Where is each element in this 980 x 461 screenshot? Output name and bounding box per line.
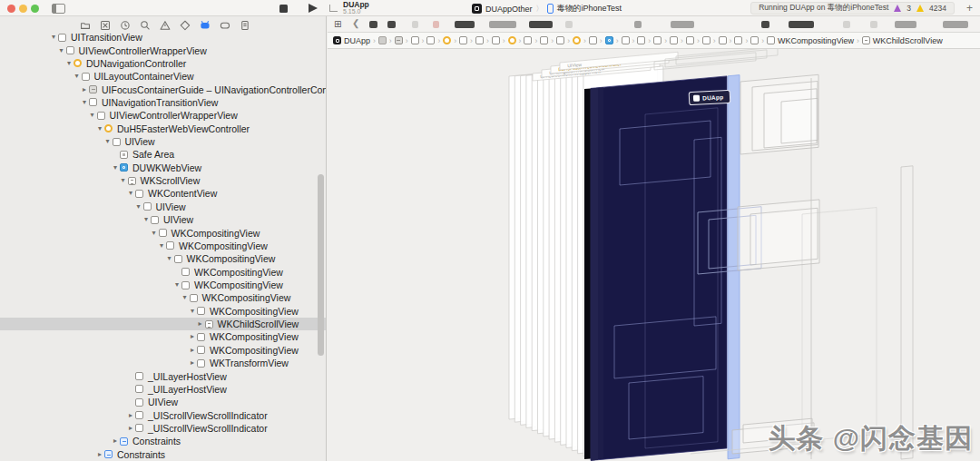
run-button[interactable]: [309, 4, 318, 13]
zoom-window-button[interactable]: [31, 5, 39, 13]
jump-bar-item[interactable]: [378, 36, 387, 44]
find-navigator-icon[interactable]: [140, 18, 151, 29]
disclosure-chevron[interactable]: ▾: [95, 123, 104, 135]
debug-toolbar-button[interactable]: [369, 21, 377, 28]
close-window-button[interactable]: [7, 5, 15, 13]
tree-row[interactable]: ▾WKCompositingView: [0, 291, 326, 304]
changes-navigator-icon[interactable]: [100, 18, 111, 29]
debug-toolbar-button[interactable]: [529, 21, 553, 28]
disclosure-chevron[interactable]: ▾: [188, 305, 197, 318]
tree-row[interactable]: UIView: [0, 396, 326, 408]
disclosure-chevron[interactable]: ▸: [188, 330, 197, 343]
jump-bar-item[interactable]: WKCompositingView: [767, 36, 854, 45]
debug-toolbar-button[interactable]: [634, 21, 642, 28]
tree-row[interactable]: ▾UILayoutContainerView: [0, 70, 326, 83]
jump-bar-item[interactable]: [492, 36, 500, 44]
tree-row[interactable]: ▾UIViewControllerWrapperView: [0, 109, 326, 122]
breakpoints-navigator-icon[interactable]: [220, 18, 230, 29]
disclosure-chevron[interactable]: ▾: [119, 174, 128, 187]
jump-bar-item[interactable]: [750, 36, 759, 44]
debug-toolbar-button[interactable]: [412, 21, 418, 28]
debug-toolbar-button[interactable]: [387, 21, 396, 28]
tree-row[interactable]: ▸Constraints: [0, 435, 326, 447]
tree-row[interactable]: ▸_UIScrollViewScrollIndicator: [0, 408, 326, 421]
debug-toolbar-button[interactable]: [455, 21, 475, 28]
tree-row[interactable]: ▸Constraints: [0, 448, 326, 461]
disclosure-chevron[interactable]: ▾: [49, 31, 58, 44]
jump-bar-item[interactable]: [475, 36, 484, 44]
tree-row[interactable]: ▾DuH5FasterWebViewController: [0, 123, 326, 135]
tests-navigator-icon[interactable]: [180, 18, 191, 29]
debug-navigator-icon[interactable]: [200, 18, 211, 29]
jump-bar-item[interactable]: [556, 36, 564, 44]
jump-bar-item[interactable]: [719, 36, 727, 44]
tree-row[interactable]: ▾WKCompositingView: [0, 252, 326, 265]
scheme-selector[interactable]: DUApp 5.15.0: [343, 1, 369, 15]
jump-bar-item[interactable]: [426, 36, 435, 44]
jump-bar-item[interactable]: [637, 36, 645, 44]
tree-row[interactable]: ▸WKChildScrollView: [0, 318, 326, 330]
minimize-window-button[interactable]: [19, 5, 27, 13]
add-button[interactable]: +: [966, 2, 973, 15]
tree-row[interactable]: _UILayerHostView: [0, 369, 326, 382]
tree-row[interactable]: ▾UIViewControllerWrapperView: [0, 44, 326, 56]
jump-bar-item[interactable]: [670, 36, 678, 44]
disclosure-chevron[interactable]: ▸: [111, 435, 120, 447]
tree-row[interactable]: ▸WKTransformView: [0, 357, 326, 369]
debug-toolbar-button[interactable]: [943, 21, 968, 28]
jump-bar-item[interactable]: [686, 36, 694, 44]
debug-toolbar-button[interactable]: [843, 21, 850, 28]
activity-viewer[interactable]: Running DUApp on 毒物的iPhoneTest 3 4234: [750, 2, 955, 15]
tree-row[interactable]: ▾UITransitionView: [0, 31, 326, 44]
reports-navigator-icon[interactable]: [240, 18, 250, 29]
jump-bar-item[interactable]: [395, 36, 403, 44]
jump-bar-item[interactable]: [653, 36, 662, 44]
tree-row[interactable]: ▾WKCompositingView: [0, 240, 326, 252]
project-navigator-icon[interactable]: [80, 18, 91, 29]
tree-row[interactable]: ▸_UIScrollViewScrollIndicator: [0, 422, 326, 435]
disclosure-chevron[interactable]: ▸: [196, 318, 205, 330]
disclosure-chevron[interactable]: ▾: [181, 291, 190, 304]
stop-button[interactable]: [279, 5, 288, 13]
tree-row[interactable]: ▾WKCompositingView: [0, 226, 326, 239]
jump-bar-item[interactable]: [508, 36, 516, 44]
sidebar-toggle-icon[interactable]: [52, 4, 65, 14]
disclosure-chevron[interactable]: ▸: [80, 83, 89, 96]
disclosure-chevron[interactable]: ▸: [126, 409, 135, 422]
grid-view-icon[interactable]: ⊞: [334, 19, 341, 30]
disclosure-chevron[interactable]: ▾: [103, 135, 113, 148]
tree-row[interactable]: _UILayerHostView: [0, 383, 326, 396]
debug-toolbar-button[interactable]: [433, 21, 439, 28]
tree-row[interactable]: ▾DUWKWebView: [0, 162, 326, 174]
disclosure-chevron[interactable]: ▾: [157, 240, 166, 252]
debug-toolbar-button[interactable]: [671, 21, 694, 28]
jump-bar-item[interactable]: [524, 36, 532, 44]
disclosure-chevron[interactable]: ▾: [165, 252, 174, 265]
jump-bar-item[interactable]: [443, 36, 451, 44]
view-hierarchy-3d-scene[interactable]: UIViewControllerWrapperViewUINavigationT…: [328, 49, 980, 461]
jump-bar-item[interactable]: [573, 36, 581, 44]
tree-row[interactable]: ▸WKCompositingView: [0, 344, 326, 357]
jump-bar-item[interactable]: [605, 36, 613, 44]
tree-row[interactable]: ▾WKCompositingView: [0, 279, 326, 291]
disclosure-chevron[interactable]: ▾: [111, 162, 120, 174]
tree-row[interactable]: WKCompositingView: [0, 265, 326, 278]
disclosure-chevron[interactable]: ▾: [64, 57, 74, 70]
disclosure-chevron[interactable]: ▾: [57, 44, 66, 57]
jump-bar-item[interactable]: [589, 36, 597, 44]
disclosure-chevron[interactable]: ▾: [134, 201, 143, 213]
debug-toolbar-button[interactable]: [895, 21, 916, 28]
disclosure-chevron[interactable]: ▾: [73, 70, 82, 83]
disclosure-chevron[interactable]: ▾: [172, 279, 181, 291]
jump-bar-item[interactable]: [411, 36, 419, 44]
debug-toolbar-button[interactable]: [489, 21, 516, 28]
tree-scrollbar[interactable]: [318, 174, 324, 356]
disclosure-chevron[interactable]: ▾: [142, 213, 151, 226]
jump-bar-item[interactable]: [540, 36, 548, 44]
jump-bar-item[interactable]: [734, 36, 742, 44]
debug-toolbar-button[interactable]: [761, 21, 769, 28]
tree-row[interactable]: ▸UIFocusContainerGuide – UINavigationCon…: [0, 83, 326, 95]
issues-navigator-icon[interactable]: [160, 18, 171, 29]
disclosure-chevron[interactable]: ▾: [150, 227, 159, 240]
jump-bar-item[interactable]: DUApp: [333, 36, 370, 45]
